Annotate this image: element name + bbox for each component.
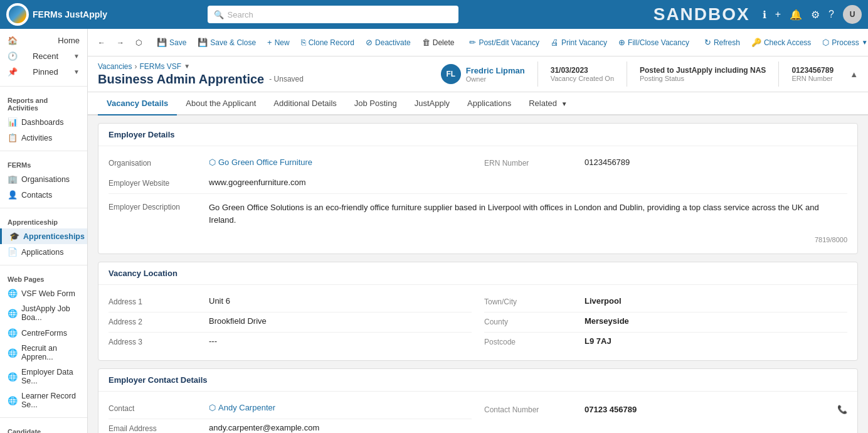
breadcrumb-root[interactable]: Vacancies bbox=[98, 62, 132, 71]
refresh-button[interactable]: ↻ Refresh bbox=[699, 35, 745, 50]
email-field-row: Email Address andy.carpenter@example.com bbox=[109, 419, 472, 433]
tab-job-posting-label: Job Posting bbox=[354, 99, 397, 108]
sidebar-item-home[interactable]: 🏠 Home bbox=[0, 33, 87, 48]
post-edit-button[interactable]: ✏ Post/Edit Vacancy bbox=[464, 35, 544, 50]
sidebar-item-activities[interactable]: 📋 Activities bbox=[0, 130, 87, 146]
sidebar-item-centreforms[interactable]: 🌐 CentreForms bbox=[0, 325, 87, 341]
check-access-icon: 🔑 bbox=[751, 38, 761, 47]
org-link-icon: ⬡ bbox=[209, 158, 216, 167]
info-icon[interactable]: ℹ bbox=[763, 9, 766, 21]
breadcrumb-chevron[interactable]: ▼ bbox=[184, 63, 190, 70]
settings-icon[interactable]: ⚙ bbox=[811, 9, 820, 21]
plus-icon[interactable]: + bbox=[775, 9, 781, 20]
org-field-row: Organisation ⬡ Go Green Office Furniture bbox=[109, 154, 472, 174]
vacancy-location-section: Vacancy Location Address 1 Unit 6 Addres… bbox=[98, 262, 858, 361]
tab-related[interactable]: Related ▼ bbox=[520, 92, 576, 115]
sidebar-item-contacts[interactable]: 👤 Contacts bbox=[0, 187, 87, 203]
sidebar-item-organisations[interactable]: 🏢 Organisations bbox=[0, 171, 87, 187]
sidebar-item-vsf-web-form[interactable]: 🌐 VSF Web Form bbox=[0, 286, 87, 301]
record-title: Business Admin Apprentice - Unsaved bbox=[98, 72, 428, 87]
desc-field: Employer Description Go Green Office Sol… bbox=[109, 194, 847, 233]
tab-vacancy-details[interactable]: Vacancy Details bbox=[98, 92, 177, 115]
town-row: Town/City Liverpool bbox=[484, 292, 847, 313]
vacancy-created-value: 31/03/2023 bbox=[551, 66, 588, 75]
desc-label: Employer Description bbox=[109, 201, 209, 211]
help-icon[interactable]: ? bbox=[828, 9, 834, 20]
user-avatar[interactable]: U bbox=[843, 5, 862, 24]
sidebar-item-employer-data[interactable]: 🌐 Employer Data Se... bbox=[0, 365, 87, 388]
sidebar-section-apprenticeship: Apprenticeship 🎓 Apprenticeships 📄 Appli… bbox=[0, 211, 87, 262]
breadcrumb-sub[interactable]: FERMs VSF bbox=[139, 62, 181, 71]
contact-right: Contact Number 07123 456789 📞 bbox=[484, 399, 847, 433]
sidebar-item-learner-record[interactable]: 🌐 Learner Record Se... bbox=[0, 388, 87, 412]
contact-field-row: Contact ⬡ Andy Carpenter bbox=[109, 399, 472, 419]
ferms-section-header: FERMs bbox=[0, 159, 87, 171]
activities-label: Activities bbox=[21, 134, 52, 142]
refresh-view-button[interactable]: ⬡ bbox=[130, 35, 147, 50]
employer-details-body: Organisation ⬡ Go Green Office Furniture bbox=[98, 146, 857, 254]
email-value: andy.carpenter@example.com bbox=[209, 423, 472, 432]
apprenticeship-section-header: Apprenticeship bbox=[0, 216, 87, 228]
delete-label: Delete bbox=[433, 38, 455, 47]
postcode-label: Postcode bbox=[484, 336, 585, 346]
employer-contact-header: Employer Contact Details bbox=[98, 369, 857, 392]
webpages-section-header: Web Pages bbox=[0, 273, 87, 286]
vacancy-location-body: Address 1 Unit 6 Address 2 Brookfield Dr… bbox=[98, 285, 857, 360]
owner-avatar: FL bbox=[441, 64, 461, 84]
owner-name[interactable]: Fredric Lipman bbox=[466, 66, 525, 75]
new-button[interactable]: + New bbox=[262, 35, 295, 50]
print-label: Print Vacancy bbox=[561, 38, 607, 47]
reports-section-header: Reports and Activities bbox=[0, 94, 87, 114]
sidebar-divider-4 bbox=[0, 265, 87, 265]
sidebar-pinned-label: Pinned bbox=[33, 67, 58, 77]
clone-button[interactable]: ⎘ Clone Record bbox=[296, 35, 359, 50]
tab-job-posting[interactable]: Job Posting bbox=[346, 92, 406, 115]
save-button[interactable]: 💾 Save bbox=[152, 35, 191, 50]
fill-close-button[interactable]: ⊕ Fill/Close Vacancy bbox=[613, 35, 694, 50]
record-title-area: Vacancies › FERMs VSF ▼ Business Admin A… bbox=[98, 62, 428, 87]
forward-button[interactable]: → bbox=[112, 35, 129, 50]
bell-icon[interactable]: 🔔 bbox=[790, 9, 802, 21]
website-field-row: Employer Website www.gogreenfurniture.co… bbox=[109, 174, 847, 194]
sidebar-item-recruit-appren[interactable]: 🌐 Recruit an Appren... bbox=[0, 341, 87, 365]
sidebar-home-label: Home bbox=[58, 36, 80, 45]
sidebar-item-dashboards[interactable]: 📊 Dashboards bbox=[0, 114, 87, 130]
tab-additional-details[interactable]: Additional Details bbox=[265, 92, 345, 115]
process-icon: ⬡ bbox=[822, 38, 829, 47]
search-icon: 🔍 bbox=[214, 10, 224, 19]
search-bar[interactable]: 🔍 Search bbox=[208, 6, 458, 23]
contact-link[interactable]: ⬡ Andy Carpenter bbox=[209, 403, 472, 412]
centreforms-label: CentreForms bbox=[21, 329, 67, 338]
save-close-button[interactable]: 💾 Save & Close bbox=[193, 35, 261, 50]
app-logo[interactable]: FERMs JustApply bbox=[6, 3, 107, 26]
print-button[interactable]: 🖨 Print Vacancy bbox=[546, 35, 612, 50]
toolbar: ← → ⬡ 💾 Save 💾 Save & Close + New ⎘ bbox=[88, 29, 868, 56]
delete-button[interactable]: 🗑 Delete bbox=[417, 35, 460, 50]
back-button[interactable]: ← bbox=[93, 35, 110, 50]
process-button[interactable]: ⬡ Process ▼ bbox=[817, 35, 868, 50]
tab-justapply[interactable]: JustApply bbox=[406, 92, 458, 115]
tab-about-applicant[interactable]: About the Applicant bbox=[177, 92, 265, 115]
phone-icon[interactable]: 📞 bbox=[837, 405, 847, 414]
home-icon: 🏠 bbox=[8, 36, 18, 45]
top-navigation: FERMs JustApply 🔍 Search SANDBOX ℹ + 🔔 ⚙… bbox=[0, 0, 868, 29]
sidebar-item-justapply-job-board[interactable]: 🌐 JustApply Job Boa... bbox=[0, 301, 87, 325]
location-row-1: Address 1 Unit 6 Address 2 Brookfield Dr… bbox=[109, 292, 847, 353]
deactivate-button[interactable]: ⊘ Deactivate bbox=[361, 35, 416, 50]
email-label: Email Address bbox=[109, 423, 209, 433]
contact-value: ⬡ Andy Carpenter bbox=[209, 403, 472, 412]
sidebar-item-recent[interactable]: 🕐 Recent ▼ bbox=[0, 48, 87, 64]
tab-vacancy-details-label: Vacancy Details bbox=[107, 99, 168, 108]
record-expand-icon[interactable]: ▲ bbox=[850, 70, 858, 79]
check-access-button[interactable]: 🔑 Check Access bbox=[746, 35, 816, 50]
dashboards-icon: 📊 bbox=[8, 117, 18, 127]
org-link[interactable]: ⬡ Go Green Office Furniture bbox=[209, 158, 472, 167]
sidebar-item-applications[interactable]: 📄 Applications bbox=[0, 244, 87, 260]
tab-applications[interactable]: Applications bbox=[458, 92, 520, 115]
sidebar-item-pinned[interactable]: 📌 Pinned ▼ bbox=[0, 64, 87, 80]
centreforms-icon: 🌐 bbox=[8, 328, 18, 338]
unsaved-badge: - Unsaved bbox=[269, 75, 304, 83]
town-value: Liverpool bbox=[585, 296, 847, 306]
sandbox-label: SANDBOX bbox=[654, 4, 750, 24]
sidebar-item-apprenticeships[interactable]: 🎓 Apprenticeships bbox=[0, 228, 87, 244]
